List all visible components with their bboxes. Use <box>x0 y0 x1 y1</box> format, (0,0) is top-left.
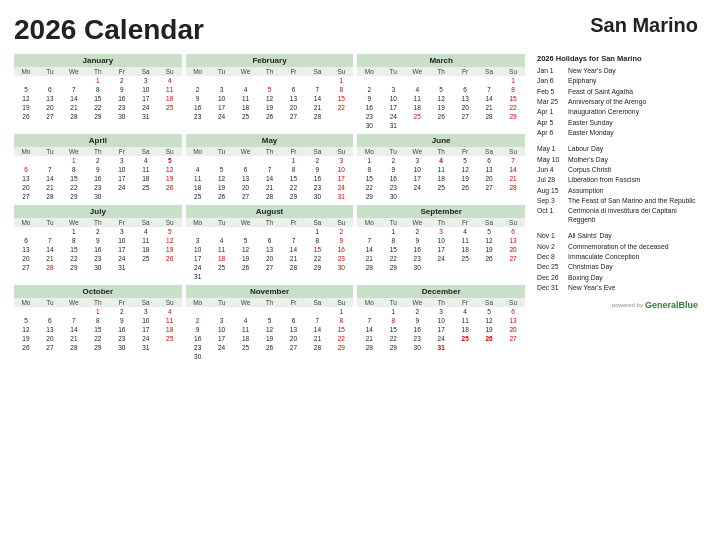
day-cell-9: 9 <box>110 316 134 325</box>
day-cell-3: 3 <box>134 76 158 85</box>
day-cell-empty <box>38 76 62 85</box>
day-cell-10: 10 <box>381 94 405 103</box>
day-cell-1: 1 <box>329 76 353 85</box>
day-cell-13: 13 <box>281 325 305 334</box>
day-header-mo: Mo <box>14 298 38 307</box>
day-cell-2: 2 <box>329 227 353 236</box>
holiday-entry: Aug 15Assumption <box>537 187 698 196</box>
holiday-name: Corpus Christi <box>568 166 698 175</box>
day-cell-19: 19 <box>258 103 282 112</box>
day-cell-2: 2 <box>305 156 329 165</box>
day-cell-empty <box>305 76 329 85</box>
day-cell-7: 7 <box>62 316 86 325</box>
day-cell-29: 29 <box>62 192 86 201</box>
day-cell-6: 6 <box>281 85 305 94</box>
holiday-date: Jan 6 <box>537 77 565 86</box>
day-cell-21: 21 <box>258 183 282 192</box>
holiday-name: Boxing Day <box>568 274 698 283</box>
day-cell-9: 9 <box>186 325 210 334</box>
day-cell-10: 10 <box>210 94 234 103</box>
day-cell-31: 31 <box>134 112 158 121</box>
day-header-mo: Mo <box>357 67 381 76</box>
day-cell-5: 5 <box>477 227 501 236</box>
day-cell-9: 9 <box>86 236 110 245</box>
day-cell-1: 1 <box>381 227 405 236</box>
day-cell-19: 19 <box>477 325 501 334</box>
day-cell-17: 17 <box>210 103 234 112</box>
day-header-we: We <box>62 218 86 227</box>
day-cell-13: 13 <box>258 245 282 254</box>
day-cell-21: 21 <box>305 334 329 343</box>
day-cell-18: 18 <box>210 254 234 263</box>
day-header-th: Th <box>86 67 110 76</box>
holiday-entry: Apr 6Easter Monday <box>537 129 698 138</box>
day-cell-3: 3 <box>405 156 429 165</box>
day-header-fr: Fr <box>110 298 134 307</box>
day-header-su: Su <box>158 147 182 156</box>
day-cell-30: 30 <box>86 263 110 272</box>
day-cell-28: 28 <box>62 343 86 352</box>
holiday-date: May 10 <box>537 156 565 165</box>
month-header-april: April <box>14 134 182 147</box>
day-cell-22: 22 <box>357 183 381 192</box>
day-cell-empty <box>453 76 477 85</box>
holiday-date: May 1 <box>537 145 565 154</box>
day-header-su: Su <box>329 218 353 227</box>
day-cell-24: 24 <box>186 263 210 272</box>
day-cell-11: 11 <box>134 236 158 245</box>
month-block-december: DecemberMoTuWeThFrSaSu123456789101112131… <box>357 285 525 361</box>
day-cell-21: 21 <box>357 334 381 343</box>
day-cell-28: 28 <box>38 192 62 201</box>
day-cell-empty <box>62 76 86 85</box>
day-cell-empty <box>14 156 38 165</box>
days-grid: 1234567891011121314151617181920212223242… <box>14 156 182 201</box>
holiday-entry: Dec 26Boxing Day <box>537 274 698 283</box>
day-cell-18: 18 <box>134 174 158 183</box>
day-cell-24: 24 <box>429 254 453 263</box>
day-header-su: Su <box>158 218 182 227</box>
day-cell-30: 30 <box>186 352 210 361</box>
day-cell-empty <box>38 156 62 165</box>
day-header-su: Su <box>501 218 525 227</box>
holiday-entry: Nov 1All Saints' Day <box>537 232 698 241</box>
day-header-fr: Fr <box>453 218 477 227</box>
day-cell-9: 9 <box>357 94 381 103</box>
day-cell-26: 26 <box>477 254 501 263</box>
day-cell-27: 27 <box>258 263 282 272</box>
day-cell-empty <box>357 227 381 236</box>
day-cell-21: 21 <box>62 103 86 112</box>
day-cell-empty <box>186 307 210 316</box>
day-cell-17: 17 <box>381 103 405 112</box>
day-cell-20: 20 <box>281 103 305 112</box>
day-cell-8: 8 <box>86 85 110 94</box>
day-cell-20: 20 <box>477 174 501 183</box>
day-header-th: Th <box>429 147 453 156</box>
day-cell-31: 31 <box>134 343 158 352</box>
days-grid: 1234567891011121314151617181920212223242… <box>14 76 182 121</box>
day-cell-25: 25 <box>210 263 234 272</box>
day-cell-15: 15 <box>62 174 86 183</box>
day-cell-17: 17 <box>329 174 353 183</box>
day-cell-9: 9 <box>110 85 134 94</box>
day-cell-2: 2 <box>86 227 110 236</box>
day-cell-9: 9 <box>86 165 110 174</box>
days-grid: 1234567891011121314151617181920212223242… <box>357 307 525 352</box>
holiday-name: Epiphany <box>568 77 698 86</box>
day-cell-18: 18 <box>453 245 477 254</box>
day-cell-11: 11 <box>429 165 453 174</box>
day-cell-12: 12 <box>234 245 258 254</box>
day-cell-23: 23 <box>86 183 110 192</box>
day-header-th: Th <box>258 298 282 307</box>
day-cell-21: 21 <box>501 174 525 183</box>
day-cell-17: 17 <box>110 245 134 254</box>
day-cell-27: 27 <box>477 183 501 192</box>
day-cell-13: 13 <box>14 174 38 183</box>
day-cell-22: 22 <box>329 334 353 343</box>
days-grid: 1234567891011121314151617181920212223242… <box>186 76 354 121</box>
day-header-su: Su <box>501 147 525 156</box>
day-cell-15: 15 <box>281 174 305 183</box>
day-cell-1: 1 <box>281 156 305 165</box>
day-cell-30: 30 <box>110 112 134 121</box>
page-title: 2026 Calendar <box>14 14 204 46</box>
day-cell-28: 28 <box>357 263 381 272</box>
